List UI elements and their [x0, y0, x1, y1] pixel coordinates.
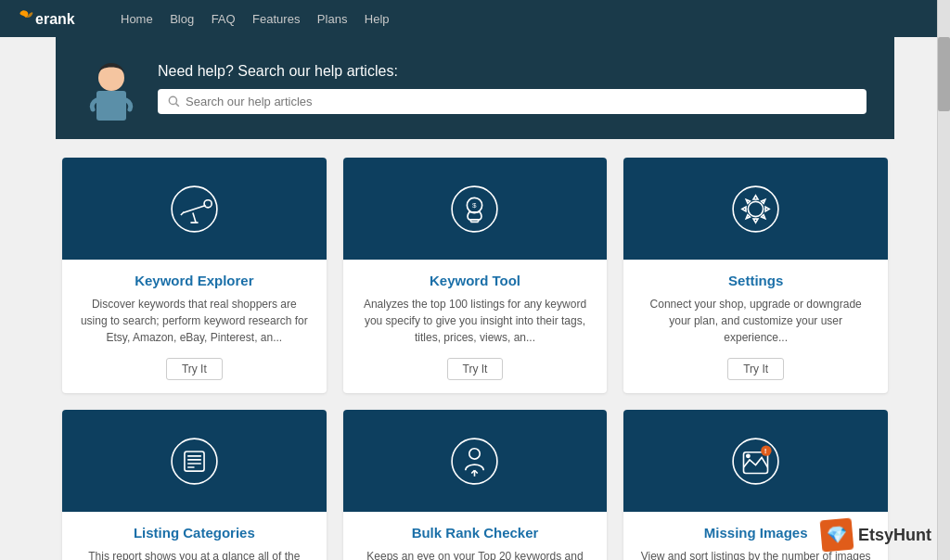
card-header-keyword-explorer — [62, 158, 327, 260]
card-desc-bulk-rank-checker: Keeps an eye on your Top 20 keywords and… — [358, 548, 593, 560]
nav-faq[interactable]: FAQ — [212, 12, 236, 26]
card-grid: Keyword Explorer Discover keywords that … — [62, 158, 888, 560]
svg-point-8 — [204, 199, 212, 207]
etsyhunt-label: EtsyHunt — [858, 526, 931, 545]
card-desc-keyword-tool: Analyzes the top 100 listings for any ke… — [358, 296, 593, 347]
navbar: erank Home Blog FAQ Features Plans Help — [0, 0, 950, 37]
scrollbar[interactable] — [937, 0, 950, 560]
svg-rect-1 — [96, 91, 126, 121]
svg-text:erank: erank — [35, 11, 75, 27]
card-body-keyword-explorer: Keyword Explorer Discover keywords that … — [62, 260, 327, 393]
card-body-keyword-tool: Keyword Tool Analyzes the top 100 listin… — [343, 260, 608, 393]
etsyhunt-icon: 💎 — [820, 518, 854, 553]
card-title-keyword-explorer: Keyword Explorer — [77, 273, 312, 288]
card-title-keyword-tool: Keyword Tool — [358, 273, 593, 288]
card-body-listing-categories: Listing Categories This report shows you… — [62, 512, 327, 560]
card-header-keyword-tool: $ — [343, 158, 608, 260]
card-bulk-rank-checker: Bulk Rank Checker Keeps an eye on your T… — [343, 410, 608, 560]
try-btn-keyword-tool[interactable]: Try It — [447, 358, 504, 380]
svg-line-6 — [183, 205, 205, 212]
avatar — [83, 56, 139, 121]
svg-point-3 — [169, 96, 176, 104]
svg-line-4 — [176, 104, 179, 107]
list-icon — [164, 431, 225, 491]
svg-text:!: ! — [764, 447, 767, 455]
card-header-missing-images: ! — [623, 410, 888, 512]
etsyhunt-watermark: 💎 EtsyHunt — [821, 519, 931, 551]
svg-point-26 — [469, 448, 480, 458]
help-heading: Need help? Search our help articles: — [158, 63, 867, 80]
help-right: Need help? Search our help articles: — [158, 63, 867, 114]
search-icon — [167, 95, 180, 108]
card-keyword-tool: $ Keyword Tool Analyzes the top 100 list… — [343, 158, 608, 393]
search-input[interactable] — [186, 95, 857, 108]
svg-point-30 — [733, 439, 778, 484]
card-body-bulk-rank-checker: Bulk Rank Checker Keeps an eye on your T… — [343, 512, 608, 560]
svg-text:$: $ — [473, 200, 478, 209]
svg-point-17 — [733, 186, 778, 232]
card-listing-categories: Listing Categories This report shows you… — [62, 410, 327, 560]
card-desc-settings: Connect your shop, upgrade or downgrade … — [638, 296, 873, 347]
svg-point-32 — [746, 453, 751, 458]
card-desc-keyword-explorer: Discover keywords that real shoppers are… — [77, 296, 312, 347]
lightbulb-icon: $ — [444, 179, 505, 239]
card-header-listing-categories — [62, 410, 327, 512]
svg-point-25 — [453, 439, 498, 484]
search-box — [158, 89, 867, 114]
nav-help[interactable]: Help — [365, 12, 390, 26]
try-btn-keyword-explorer[interactable]: Try It — [166, 358, 223, 380]
main-nav: Home Blog FAQ Features Plans Help — [121, 10, 403, 27]
svg-point-19 — [172, 439, 217, 484]
person-chart-icon — [444, 431, 505, 491]
nav-plans[interactable]: Plans — [317, 12, 348, 26]
card-body-settings: Settings Connect your shop, upgrade or d… — [623, 260, 888, 393]
card-keyword-explorer: Keyword Explorer Discover keywords that … — [62, 158, 327, 393]
nav-home[interactable]: Home — [121, 12, 153, 26]
telescope-icon — [164, 179, 225, 239]
main-content: Keyword Explorer Discover keywords that … — [6, 139, 944, 560]
help-banner: Need help? Search our help articles: — [56, 37, 894, 139]
nav-features[interactable]: Features — [252, 12, 300, 26]
nav-blog[interactable]: Blog — [170, 12, 194, 26]
svg-line-9 — [193, 212, 196, 223]
card-title-listing-categories: Listing Categories — [77, 525, 312, 541]
svg-line-7 — [181, 211, 184, 214]
card-header-settings — [623, 158, 888, 260]
card-header-bulk-rank-checker — [343, 410, 608, 512]
try-btn-settings[interactable]: Try It — [727, 358, 784, 380]
card-title-settings: Settings — [638, 273, 873, 288]
logo[interactable]: erank — [19, 6, 102, 32]
gear-icon — [725, 179, 786, 239]
card-title-bulk-rank-checker: Bulk Rank Checker — [358, 525, 593, 541]
svg-rect-20 — [185, 451, 204, 470]
card-desc-listing-categories: This report shows you at a glance all of… — [77, 548, 312, 560]
image-missing-icon: ! — [725, 431, 786, 491]
svg-point-18 — [749, 201, 764, 216]
scrollbar-thumb[interactable] — [938, 37, 950, 111]
card-settings: Settings Connect your shop, upgrade or d… — [623, 158, 888, 393]
